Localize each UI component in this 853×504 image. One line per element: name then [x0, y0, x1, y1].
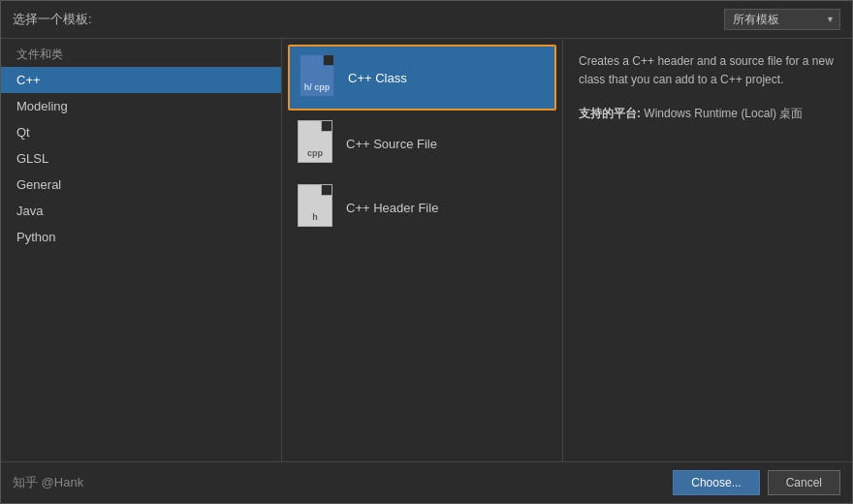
dialog-header: 选择一个模板: 所有模板C++QtGLSLGeneralJavaPython ▼: [1, 1, 852, 39]
description-panel: Creates a C++ header and a source file f…: [563, 39, 852, 461]
header-right: 所有模板C++QtGLSLGeneralJavaPython ▼: [724, 9, 840, 30]
file-icon-cpp: cpp: [298, 120, 332, 163]
platform-value: Windows Runtime (Local) 桌面: [644, 107, 803, 120]
file-icon-hcpp: h/ cpp: [300, 54, 334, 97]
dialog-body: 文件和类 C++ Modeling Qt GLSL General Java P…: [1, 39, 852, 461]
template-item-cpp-source[interactable]: cpp C++ Source File: [288, 112, 556, 174]
template-name-cpp-source: C++ Source File: [346, 137, 437, 151]
file-icon-hcpp-text: h/ cpp: [300, 82, 333, 92]
platform-label: 支持的平台: Windows Runtime (Local) 桌面: [579, 105, 837, 123]
sidebar-item-cpp[interactable]: C++: [1, 67, 281, 93]
watermark: 知乎 @Hank: [13, 474, 83, 491]
description-text: Creates a C++ header and a source file f…: [579, 52, 837, 89]
choose-button[interactable]: Choose...: [673, 470, 759, 495]
cpp-class-icon: h/ cpp: [300, 54, 338, 101]
template-filter-select[interactable]: 所有模板C++QtGLSLGeneralJavaPython: [724, 9, 840, 30]
cancel-button[interactable]: Cancel: [768, 470, 840, 495]
sidebar-item-modeling[interactable]: Modeling: [1, 93, 281, 119]
cpp-header-icon: h: [298, 184, 336, 231]
sidebar-item-java[interactable]: Java: [1, 198, 281, 224]
sidebar-item-general[interactable]: General: [1, 172, 281, 198]
templates-panel: h/ cpp C++ Class cpp C++ Source File: [282, 39, 563, 461]
sidebar-item-files-and-classes: 文件和类: [1, 39, 281, 67]
filter-select-wrapper[interactable]: 所有模板C++QtGLSLGeneralJavaPython: [724, 9, 840, 30]
sidebar-item-glsl[interactable]: GLSL: [1, 145, 281, 172]
dialog-footer: 知乎 @Hank Choose... Cancel: [1, 461, 852, 503]
header-label: 选择一个模板:: [13, 11, 92, 28]
sidebar: 文件和类 C++ Modeling Qt GLSL General Java P…: [1, 39, 282, 461]
file-icon-h-text: h: [299, 212, 332, 222]
template-name-cpp-header: C++ Header File: [346, 201, 438, 215]
template-item-cpp-class[interactable]: h/ cpp C++ Class: [288, 45, 556, 110]
platform-prefix: 支持的平台:: [579, 107, 641, 120]
template-item-cpp-header[interactable]: h C++ Header File: [288, 176, 556, 238]
dialog: 选择一个模板: 所有模板C++QtGLSLGeneralJavaPython ▼…: [0, 0, 853, 504]
template-name-cpp-class: C++ Class: [348, 71, 407, 85]
file-icon-cpp-text: cpp: [299, 148, 332, 158]
sidebar-item-python[interactable]: Python: [1, 224, 281, 250]
file-icon-h: h: [298, 184, 332, 227]
cpp-source-icon: cpp: [298, 120, 336, 167]
sidebar-item-qt[interactable]: Qt: [1, 119, 281, 145]
